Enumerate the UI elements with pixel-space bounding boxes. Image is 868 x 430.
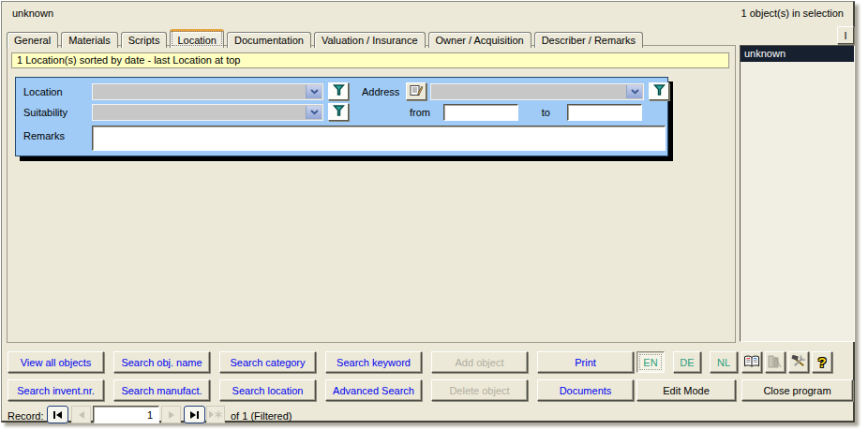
chevron-down-icon[interactable] — [626, 85, 642, 98]
search-keyword-button[interactable]: Search keyword — [325, 351, 422, 373]
address-label: Address — [362, 86, 399, 97]
address-dropdown[interactable] — [430, 83, 644, 100]
open-book-icon — [743, 355, 760, 370]
record-title: unknown — [12, 7, 53, 19]
record-count-text: of 1 (Filtered) — [231, 410, 292, 422]
date-from-input[interactable] — [443, 104, 518, 121]
tab-valuation-insurance[interactable]: Valuation / Insurance — [314, 32, 426, 48]
record-number-input[interactable] — [93, 406, 159, 423]
sidebar-column-button[interactable]: I — [837, 26, 854, 44]
location-form-panel: Location Address — [15, 77, 668, 156]
new-record-button — [206, 406, 225, 423]
remarks-input[interactable] — [92, 126, 666, 151]
selection-status: 1 object(s) in selection — [741, 7, 844, 19]
search-invent-nr-button[interactable]: Search invent.nr. — [7, 379, 104, 401]
location-sort-banner: 1 Location(s) sorted by date - last Loca… — [11, 52, 729, 68]
advanced-search-button[interactable]: Advanced Search — [325, 379, 422, 401]
tab-materials[interactable]: Materials — [61, 32, 118, 48]
tab-owner-acquisition[interactable]: Owner / Acquisition — [428, 32, 531, 48]
images-button — [765, 351, 786, 373]
search-manufact-button[interactable]: Search manufact. — [113, 379, 210, 401]
last-record-button[interactable] — [184, 406, 205, 423]
address-filter-button[interactable] — [649, 82, 669, 100]
thesaurus-book-button[interactable] — [741, 351, 762, 373]
remarks-label: Remarks — [23, 130, 65, 141]
location-tab-page: 1 Location(s) sorted by date - last Loca… — [7, 45, 736, 343]
previous-record-button — [71, 406, 91, 423]
funnel-icon — [653, 84, 666, 98]
search-location-button[interactable]: Search location — [219, 379, 316, 401]
print-button[interactable]: Print — [537, 351, 634, 373]
tab-documentation[interactable]: Documentation — [227, 32, 311, 48]
language-de-button[interactable]: DE — [673, 351, 701, 373]
suitability-dropdown[interactable] — [92, 104, 323, 121]
tab-describer-remarks[interactable]: Describer / Remarks — [534, 32, 643, 48]
language-nl-button[interactable]: NL — [710, 351, 738, 373]
suitability-label: Suitability — [23, 107, 67, 118]
funnel-icon — [333, 84, 345, 98]
record-nav-label: Record: — [7, 410, 44, 422]
linked-record-icon — [410, 84, 423, 99]
to-label: to — [518, 107, 550, 118]
chevron-down-icon[interactable] — [306, 85, 322, 98]
tab-general[interactable]: General — [7, 32, 58, 48]
location-label: Location — [23, 86, 63, 97]
images-icon — [768, 355, 783, 370]
location-dropdown[interactable] — [92, 83, 323, 100]
first-record-button[interactable] — [47, 406, 68, 423]
help-icon: ? — [817, 355, 826, 369]
edit-mode-button[interactable]: Edit Mode — [636, 379, 736, 401]
help-button[interactable]: ? — [812, 351, 832, 373]
tools-icon — [791, 354, 806, 370]
tab-location[interactable]: Location — [170, 29, 224, 48]
date-to-input[interactable] — [567, 104, 642, 121]
search-obj-name-button[interactable]: Search obj. name — [113, 351, 210, 373]
object-list: unknown — [740, 45, 855, 342]
address-detail-button[interactable] — [406, 82, 427, 100]
language-en-button[interactable]: EN — [636, 351, 665, 373]
documents-button[interactable]: Documents — [537, 379, 634, 401]
suitability-filter-button[interactable] — [328, 103, 349, 121]
delete-object-button: Delete object — [431, 379, 528, 401]
location-filter-button[interactable] — [328, 82, 349, 100]
tab-bar: General Materials Scripts Location Docum… — [7, 29, 643, 48]
search-category-button[interactable]: Search category — [219, 351, 316, 373]
from-label: from — [391, 107, 430, 118]
view-all-objects-button[interactable]: View all objects — [7, 351, 104, 373]
list-item[interactable]: unknown — [741, 46, 854, 62]
chevron-down-icon[interactable] — [306, 106, 322, 119]
funnel-icon — [333, 105, 345, 119]
tools-button[interactable] — [788, 351, 809, 373]
close-program-button[interactable]: Close program — [741, 379, 853, 401]
app-window: unknown 1 object(s) in selection General… — [1, 1, 855, 423]
next-record-button — [161, 406, 181, 423]
tab-scripts[interactable]: Scripts — [121, 32, 168, 48]
add-object-button: Add object — [431, 351, 528, 373]
